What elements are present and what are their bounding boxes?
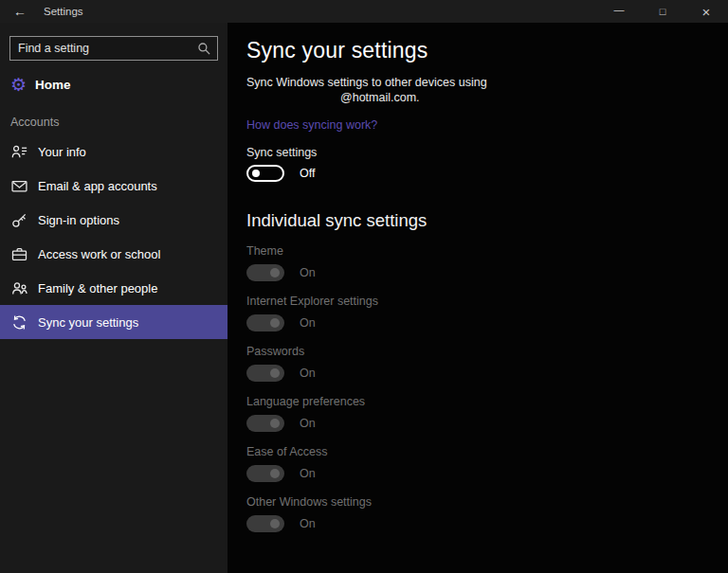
sync-icon (11, 314, 27, 331)
search-input[interactable] (18, 42, 197, 55)
briefcase-icon (11, 246, 27, 262)
search-box[interactable] (9, 36, 218, 61)
internet-explorer-toggle (246, 314, 284, 331)
toggle-knob (270, 268, 280, 278)
page-title: Sync your settings (246, 38, 728, 63)
toggle-label: Ease of Access (246, 445, 728, 458)
toggle-knob (270, 469, 280, 478)
theme-toggle (246, 264, 284, 281)
titlebar: ← Settings — □ × (0, 0, 728, 23)
back-button[interactable]: ← (0, 0, 40, 23)
toggle-group-other-windows-settings: Other Windows settings On (246, 495, 728, 532)
toggle-label: Other Windows settings (246, 495, 728, 509)
maximize-button[interactable]: □ (641, 0, 684, 23)
close-icon: × (702, 4, 711, 20)
sidebar: ⚙ Home Accounts Your info Email & app ac… (0, 23, 228, 573)
sidebar-item-label: Sign-in options (38, 213, 119, 227)
close-button[interactable]: × (684, 0, 728, 23)
sidebar-item-label: Email & app accounts (38, 179, 157, 193)
sidebar-item-family-other-people[interactable]: Family & other people (0, 271, 228, 305)
individual-sync-settings-title: Individual sync settings (246, 210, 728, 231)
toggle-knob (270, 368, 280, 378)
sidebar-item-your-info[interactable]: Your info (0, 134, 228, 169)
sidebar-item-home[interactable]: ⚙ Home (0, 70, 228, 98)
main-content: Sync your settings Sync Windows settings… (228, 23, 728, 573)
contact-icon (11, 144, 27, 160)
sidebar-item-sync-your-settings[interactable]: Sync your settings (0, 305, 228, 339)
window-title: Settings (44, 6, 83, 17)
toggle-state: On (300, 367, 316, 380)
sidebar-section-accounts: Accounts (0, 98, 228, 134)
toggle-group-language-preferences: Language preferences On (246, 395, 728, 432)
maximize-icon: □ (660, 6, 666, 17)
toggle-state: On (300, 316, 316, 330)
toggle-state: On (300, 467, 316, 480)
other-windows-settings-toggle (246, 515, 284, 532)
toggle-state: On (300, 517, 316, 530)
minimize-button[interactable]: — (597, 0, 641, 23)
toggle-knob (270, 318, 280, 328)
passwords-toggle (246, 365, 284, 382)
sync-description: Sync Windows settings to other devices u… (246, 75, 692, 105)
how-does-syncing-work-link[interactable]: How does syncing work? (246, 118, 377, 132)
toggle-label: Language preferences (246, 395, 728, 408)
sidebar-item-label: Sync your settings (38, 315, 138, 330)
back-arrow-icon: ← (13, 4, 27, 19)
toggle-group-passwords: Passwords On (246, 345, 728, 382)
toggle-knob (270, 519, 280, 528)
ease-of-access-toggle (246, 465, 284, 482)
sync-settings-label: Sync settings (246, 146, 728, 159)
toggle-knob (270, 419, 280, 428)
home-label: Home (35, 78, 71, 92)
toggle-label: Passwords (246, 345, 728, 358)
sync-settings-toggle[interactable] (246, 165, 284, 182)
sidebar-item-email-app-accounts[interactable]: Email & app accounts (0, 169, 228, 203)
sync-description-line1: Sync Windows settings to other devices u… (246, 76, 487, 89)
toggle-label: Theme (246, 244, 728, 258)
search-icon (197, 42, 211, 56)
people-icon (11, 280, 27, 296)
toggle-label: Internet Explorer settings (246, 295, 728, 308)
language-preferences-toggle (246, 415, 284, 432)
sidebar-item-label: Family & other people (38, 281, 157, 295)
toggle-group-internet-explorer: Internet Explorer settings On (246, 295, 728, 331)
sidebar-item-label: Your info (38, 145, 86, 159)
toggle-state: On (300, 266, 316, 279)
gear-icon: ⚙ (10, 76, 35, 94)
toggle-group-ease-of-access: Ease of Access On (246, 445, 728, 482)
sync-settings-state: Off (300, 167, 315, 180)
key-icon (11, 212, 27, 228)
minimize-icon: — (614, 4, 625, 15)
toggle-state: On (300, 417, 316, 430)
email-icon (11, 178, 27, 194)
toggle-knob (252, 170, 260, 177)
sidebar-item-label: Access work or school (38, 247, 160, 261)
toggle-group-theme: Theme On (246, 244, 728, 281)
sidebar-item-sign-in-options[interactable]: Sign-in options (0, 203, 228, 237)
sidebar-item-access-work-school[interactable]: Access work or school (0, 237, 228, 271)
sync-account-email: @hotmail.com. (246, 90, 692, 105)
